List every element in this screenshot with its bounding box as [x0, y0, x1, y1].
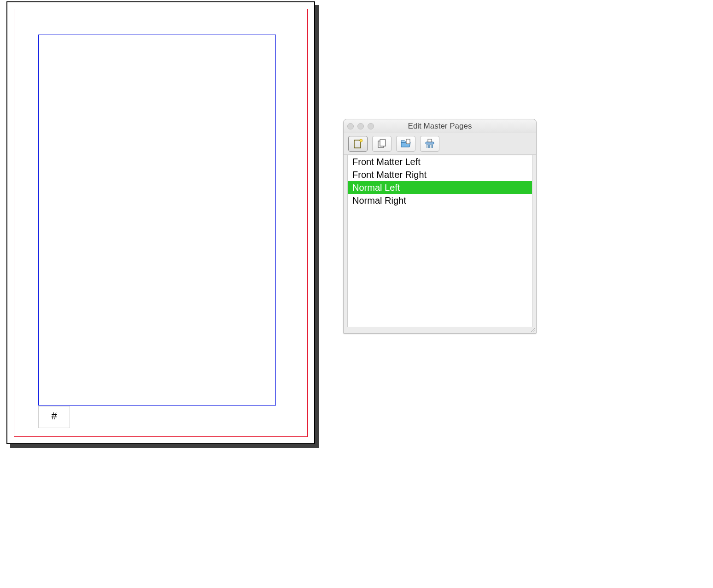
resize-grip[interactable]: [529, 326, 536, 333]
list-item[interactable]: Normal Right: [348, 194, 532, 207]
list-item[interactable]: Front Matter Right: [348, 168, 532, 181]
margin-guide: [38, 35, 276, 406]
svg-point-2: [360, 139, 362, 142]
delete-master-button[interactable]: [420, 136, 439, 152]
master-page[interactable]: #: [6, 1, 315, 444]
window-close-button[interactable]: [347, 123, 354, 129]
window-controls: [347, 123, 374, 129]
duplicate-icon: [377, 139, 387, 149]
document-canvas: #: [6, 1, 315, 444]
window-minimize-button[interactable]: [357, 123, 364, 129]
duplicate-master-button[interactable]: [372, 136, 392, 152]
import-icon: [400, 139, 411, 149]
svg-rect-6: [426, 142, 434, 144]
window-zoom-button[interactable]: [368, 123, 374, 129]
svg-line-15: [534, 331, 535, 332]
import-master-button[interactable]: [396, 136, 415, 152]
panel-titlebar[interactable]: Edit Master Pages: [344, 119, 536, 133]
svg-rect-5: [406, 139, 410, 144]
page-number-frame[interactable]: #: [38, 406, 70, 428]
list-item[interactable]: Front Matter Left: [348, 155, 532, 168]
page-number-placeholder: #: [51, 410, 57, 422]
svg-rect-4: [380, 140, 386, 146]
new-page-icon: [353, 139, 363, 149]
svg-rect-7: [428, 139, 432, 142]
list-item[interactable]: Normal Left: [348, 181, 532, 194]
shredder-icon: [424, 139, 435, 149]
master-pages-list[interactable]: Front Matter Left Front Matter Right Nor…: [347, 155, 532, 327]
new-master-button[interactable]: [348, 136, 368, 152]
panel-toolbar: [344, 133, 536, 155]
edit-master-pages-panel: Edit Master Pages: [343, 119, 537, 334]
